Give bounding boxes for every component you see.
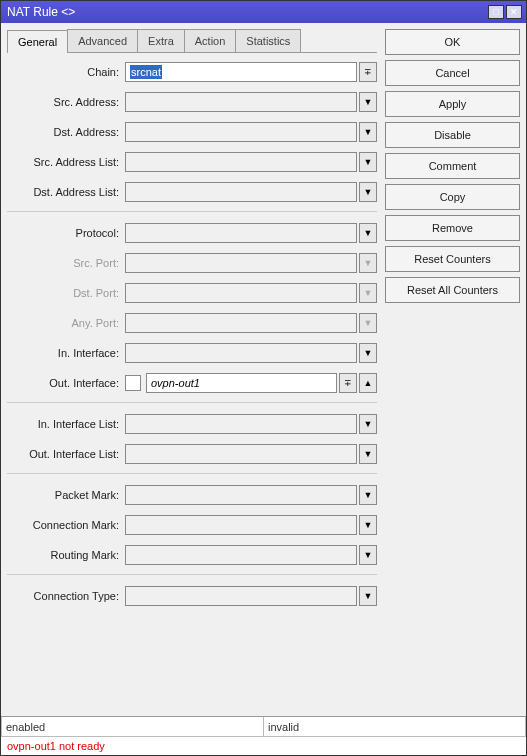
dst-port-expand-icon: ▼ xyxy=(359,283,377,303)
out-interface-list-label: Out. Interface List: xyxy=(7,448,125,460)
src-address-list-expand-icon[interactable]: ▼ xyxy=(359,152,377,172)
divider xyxy=(7,574,377,575)
tab-advanced[interactable]: Advanced xyxy=(67,29,138,52)
src-port-input xyxy=(125,253,357,273)
connection-type-label: Connection Type: xyxy=(7,590,125,602)
connection-type-expand-icon[interactable]: ▼ xyxy=(359,586,377,606)
in-interface-list-label: In. Interface List: xyxy=(7,418,125,430)
close-icon[interactable]: ✕ xyxy=(506,5,522,19)
window-title: NAT Rule <> xyxy=(5,5,488,19)
divider xyxy=(7,473,377,474)
src-address-label: Src. Address: xyxy=(7,96,125,108)
connection-mark-expand-icon[interactable]: ▼ xyxy=(359,515,377,535)
titlebar: NAT Rule <> □ ✕ xyxy=(1,1,526,23)
maximize-icon[interactable]: □ xyxy=(488,5,504,19)
src-address-expand-icon[interactable]: ▼ xyxy=(359,92,377,112)
packet-mark-label: Packet Mark: xyxy=(7,489,125,501)
remove-button[interactable]: Remove xyxy=(385,215,520,241)
routing-mark-label: Routing Mark: xyxy=(7,549,125,561)
in-interface-label: In. Interface: xyxy=(7,347,125,359)
out-interface-dropdown-icon[interactable]: ∓ xyxy=(339,373,357,393)
out-interface-list-expand-icon[interactable]: ▼ xyxy=(359,444,377,464)
protocol-expand-icon[interactable]: ▼ xyxy=(359,223,377,243)
in-interface-list-expand-icon[interactable]: ▼ xyxy=(359,414,377,434)
comment-button[interactable]: Comment xyxy=(385,153,520,179)
out-interface-not-checkbox[interactable] xyxy=(125,375,141,391)
in-interface-list-input[interactable] xyxy=(125,414,357,434)
nat-rule-window: NAT Rule <> □ ✕ General Advanced Extra A… xyxy=(0,0,527,756)
dst-address-expand-icon[interactable]: ▼ xyxy=(359,122,377,142)
status-enabled: enabled xyxy=(1,717,263,737)
chain-input[interactable]: srcnat xyxy=(125,62,357,82)
out-interface-label: Out. Interface: xyxy=(7,377,125,389)
any-port-expand-icon: ▼ xyxy=(359,313,377,333)
src-port-expand-icon: ▼ xyxy=(359,253,377,273)
chain-label: Chain: xyxy=(7,66,125,78)
in-interface-expand-icon[interactable]: ▼ xyxy=(359,343,377,363)
status-invalid: invalid xyxy=(263,717,526,737)
dst-address-list-label: Dst. Address List: xyxy=(7,186,125,198)
status-error: ovpn-out1 not ready xyxy=(1,737,526,755)
connection-type-input[interactable] xyxy=(125,586,357,606)
tab-action[interactable]: Action xyxy=(184,29,237,52)
reset-counters-button[interactable]: Reset Counters xyxy=(385,246,520,272)
routing-mark-expand-icon[interactable]: ▼ xyxy=(359,545,377,565)
src-address-list-label: Src. Address List: xyxy=(7,156,125,168)
divider xyxy=(7,402,377,403)
dst-address-input[interactable] xyxy=(125,122,357,142)
tab-statistics[interactable]: Statistics xyxy=(235,29,301,52)
in-interface-input[interactable] xyxy=(125,343,357,363)
packet-mark-input[interactable] xyxy=(125,485,357,505)
form-area: Chain: srcnat ∓ Src. Address: ▼ Dst. Add… xyxy=(7,53,377,710)
cancel-button[interactable]: Cancel xyxy=(385,60,520,86)
out-interface-input[interactable]: ovpn-out1 xyxy=(146,373,337,393)
connection-mark-input[interactable] xyxy=(125,515,357,535)
dst-address-list-expand-icon[interactable]: ▼ xyxy=(359,182,377,202)
chain-dropdown-icon[interactable]: ∓ xyxy=(359,62,377,82)
button-panel: OK Cancel Apply Disable Comment Copy Rem… xyxy=(385,29,520,710)
src-port-label: Src. Port: xyxy=(7,257,125,269)
out-interface-list-input[interactable] xyxy=(125,444,357,464)
apply-button[interactable]: Apply xyxy=(385,91,520,117)
any-port-input xyxy=(125,313,357,333)
reset-all-counters-button[interactable]: Reset All Counters xyxy=(385,277,520,303)
out-interface-collapse-icon[interactable]: ▲ xyxy=(359,373,377,393)
protocol-label: Protocol: xyxy=(7,227,125,239)
any-port-label: Any. Port: xyxy=(7,317,125,329)
ok-button[interactable]: OK xyxy=(385,29,520,55)
dst-port-label: Dst. Port: xyxy=(7,287,125,299)
connection-mark-label: Connection Mark: xyxy=(7,519,125,531)
packet-mark-expand-icon[interactable]: ▼ xyxy=(359,485,377,505)
status-area: enabled invalid ovpn-out1 not ready xyxy=(1,716,526,755)
copy-button[interactable]: Copy xyxy=(385,184,520,210)
disable-button[interactable]: Disable xyxy=(385,122,520,148)
src-address-input[interactable] xyxy=(125,92,357,112)
dst-address-list-input[interactable] xyxy=(125,182,357,202)
tabs: General Advanced Extra Action Statistics xyxy=(7,29,377,53)
protocol-input[interactable] xyxy=(125,223,357,243)
dst-address-label: Dst. Address: xyxy=(7,126,125,138)
tab-extra[interactable]: Extra xyxy=(137,29,185,52)
divider xyxy=(7,211,377,212)
routing-mark-input[interactable] xyxy=(125,545,357,565)
tab-general[interactable]: General xyxy=(7,30,68,53)
dst-port-input xyxy=(125,283,357,303)
src-address-list-input[interactable] xyxy=(125,152,357,172)
